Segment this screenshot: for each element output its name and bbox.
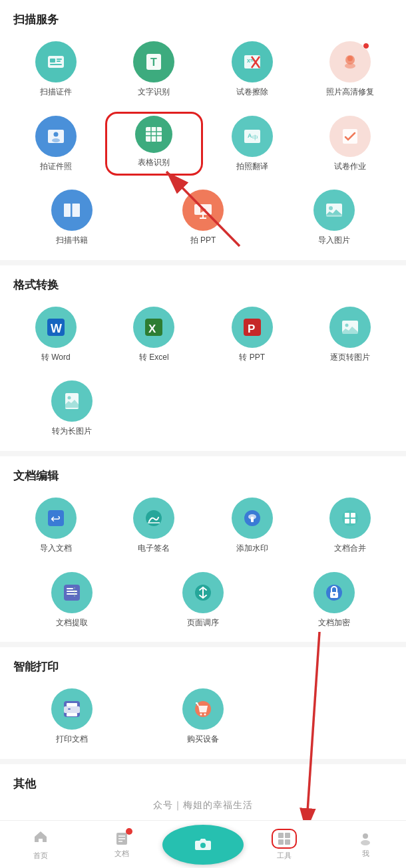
merge-item[interactable]: 文档合并 bbox=[302, 494, 400, 558]
buy-device-item[interactable]: 购买设备 bbox=[138, 684, 269, 749]
svg-point-84 bbox=[200, 843, 206, 848]
esign-label: 电子签名 bbox=[138, 543, 170, 554]
section-convert: 格式转换 W 转 Word X bbox=[0, 265, 406, 448]
svg-point-90 bbox=[361, 840, 370, 845]
section-edit: 文档编辑 ↩ 导入文档 bbox=[0, 456, 406, 639]
to-ppt-label: 转 PPT bbox=[239, 353, 265, 363]
import-doc-label: 导入文档 bbox=[40, 543, 72, 554]
esign-icon bbox=[133, 498, 174, 539]
svg-rect-55 bbox=[351, 513, 355, 517]
photo-translate-item[interactable]: A 中 拍照翻译 bbox=[203, 112, 302, 176]
svg-rect-85 bbox=[278, 833, 284, 838]
svg-point-67 bbox=[333, 593, 335, 595]
scan-book-item[interactable]: 扫描书籍 bbox=[7, 186, 138, 250]
svg-point-12 bbox=[347, 56, 353, 61]
tools-grid-icon bbox=[277, 831, 292, 846]
svg-point-15 bbox=[53, 132, 58, 136]
camera-icon bbox=[194, 835, 212, 854]
svg-rect-59 bbox=[67, 588, 73, 589]
svg-rect-56 bbox=[345, 519, 349, 523]
svg-point-13 bbox=[345, 63, 355, 69]
svg-rect-1 bbox=[50, 59, 55, 63]
scan-book-label: 扫描书籍 bbox=[56, 235, 88, 246]
exam-hw-item[interactable]: 试卷作业 bbox=[302, 112, 400, 176]
svg-text:X: X bbox=[148, 323, 156, 335]
exam-erase-label: 试卷擦除 bbox=[236, 87, 268, 98]
extract-item[interactable]: 文档提取 bbox=[7, 568, 138, 633]
nav-camera-button[interactable] bbox=[162, 825, 244, 865]
nav-doc[interactable]: 文档 bbox=[81, 831, 162, 859]
buy-device-label: 购买设备 bbox=[187, 734, 219, 745]
scan-book-icon bbox=[51, 190, 93, 231]
take-id-icon bbox=[35, 116, 77, 157]
import-doc-icon: ↩ bbox=[35, 498, 77, 539]
take-ppt-icon bbox=[182, 190, 224, 231]
page-order-label: 页面调序 bbox=[187, 618, 219, 629]
to-img-icon bbox=[329, 307, 371, 348]
nav-home[interactable]: 首页 bbox=[0, 829, 81, 861]
section-convert-title: 格式转换 bbox=[0, 265, 406, 299]
svg-text:P: P bbox=[248, 323, 255, 335]
nav-profile[interactable]: 我 bbox=[325, 831, 406, 859]
merge-icon bbox=[329, 498, 371, 539]
page-content: 扫描服务 扫描证件 bbox=[0, 0, 406, 868]
section-edit-title: 文档编辑 bbox=[0, 456, 406, 490]
import-img-icon bbox=[313, 190, 355, 231]
watermark-item[interactable]: 添加水印 bbox=[203, 494, 302, 558]
scan-id-item[interactable]: 扫描证件 bbox=[7, 37, 105, 102]
section-other: 其他 bbox=[0, 764, 406, 798]
esign-item[interactable]: 电子签名 bbox=[105, 494, 204, 558]
svg-text:A: A bbox=[248, 132, 252, 139]
to-word-icon: W bbox=[35, 307, 77, 348]
extract-icon bbox=[51, 572, 93, 613]
svg-rect-3 bbox=[57, 61, 61, 62]
svg-text:T: T bbox=[150, 57, 157, 68]
svg-rect-52 bbox=[251, 517, 254, 522]
text-ocr-icon: T bbox=[133, 41, 174, 82]
print-doc-item[interactable]: 打印文档 bbox=[7, 684, 138, 749]
to-excel-icon: X bbox=[133, 307, 174, 348]
exam-erase-item[interactable]: x= 试卷擦除 bbox=[203, 37, 302, 102]
svg-rect-57 bbox=[351, 519, 355, 523]
photo-translate-icon: A 中 bbox=[232, 116, 273, 157]
to-word-label: 转 Word bbox=[41, 353, 71, 363]
scan-id-label: 扫描证件 bbox=[40, 87, 72, 98]
to-long-img-label: 转为长图片 bbox=[52, 426, 92, 437]
svg-rect-71 bbox=[67, 713, 77, 716]
take-ppt-label: 拍 PPT bbox=[190, 235, 216, 246]
svg-rect-27 bbox=[72, 204, 80, 217]
import-doc-item[interactable]: ↩ 导入文档 bbox=[7, 494, 105, 558]
svg-rect-4 bbox=[50, 64, 62, 65]
svg-text:W: W bbox=[51, 322, 62, 335]
encrypt-item[interactable]: 文档加密 bbox=[268, 568, 399, 633]
convert-grid-row2: 转为长图片 bbox=[0, 373, 406, 448]
svg-rect-17 bbox=[146, 127, 162, 142]
exam-erase-icon: x= bbox=[232, 41, 273, 82]
section-scan: 扫描服务 扫描证件 bbox=[0, 0, 406, 257]
svg-point-45 bbox=[68, 396, 71, 400]
scan-grid-row2: 拍证件照 表格识别 bbox=[0, 108, 406, 183]
page-order-item[interactable]: 页面调序 bbox=[138, 568, 269, 633]
print-doc-label: 打印文档 bbox=[56, 734, 88, 745]
nav-doc-icon-wrap bbox=[114, 831, 130, 847]
nav-home-label: 首页 bbox=[33, 851, 48, 861]
to-img-item[interactable]: 逐页转图片 bbox=[302, 303, 400, 367]
table-ocr-icon bbox=[135, 116, 172, 153]
to-ppt-item[interactable]: P 转 PPT bbox=[203, 303, 302, 367]
profile-icon bbox=[357, 831, 373, 847]
import-img-item[interactable]: 导入图片 bbox=[268, 186, 399, 250]
take-ppt-item[interactable]: 拍 PPT bbox=[138, 186, 269, 250]
svg-rect-26 bbox=[64, 204, 71, 217]
to-excel-item[interactable]: X 转 Excel bbox=[105, 303, 204, 367]
text-ocr-item[interactable]: T 文字识别 bbox=[105, 37, 204, 102]
svg-rect-88 bbox=[285, 839, 290, 845]
table-ocr-label: 表格识别 bbox=[138, 158, 170, 168]
to-word-item[interactable]: W 转 Word bbox=[7, 303, 105, 367]
to-long-img-item[interactable]: 转为长图片 bbox=[7, 376, 138, 441]
exam-hw-label: 试卷作业 bbox=[334, 162, 366, 172]
nav-tools[interactable]: 工具 bbox=[244, 829, 325, 861]
scan-id-icon bbox=[35, 41, 77, 82]
photo-hd-item[interactable]: 照片高清修复 bbox=[302, 37, 400, 102]
take-id-item[interactable]: 拍证件照 bbox=[7, 112, 105, 176]
table-ocr-item[interactable]: 表格识别 bbox=[105, 112, 204, 176]
